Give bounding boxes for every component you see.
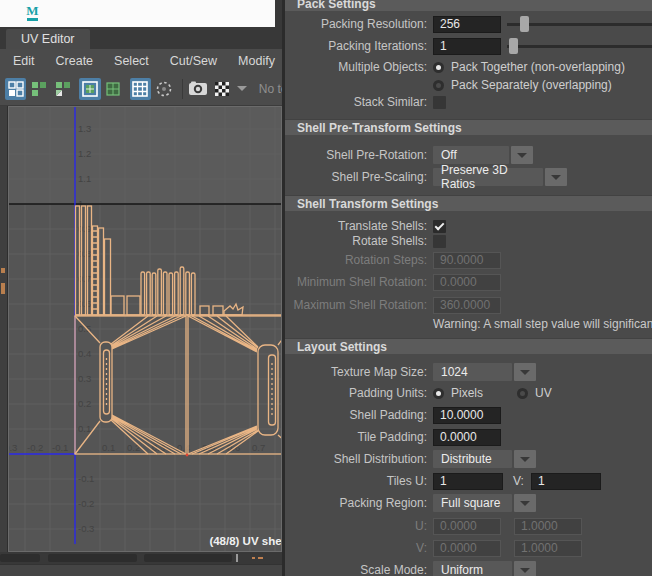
- horizontal-scrollbar[interactable]: [0, 552, 282, 564]
- texture-map-size-dropdown-button[interactable]: [514, 363, 536, 381]
- window-titlebar[interactable]: M: [0, 0, 275, 27]
- section-header-shell-transform[interactable]: Shell Transform Settings: [285, 195, 652, 211]
- pack-together-radio[interactable]: [433, 62, 444, 73]
- menu-item-create[interactable]: Create: [56, 54, 94, 68]
- slider-handle[interactable]: [509, 38, 518, 54]
- shell-indicator-mark: [1, 283, 5, 294]
- shell-padding-input[interactable]: [433, 407, 501, 424]
- tile-border-button[interactable]: [79, 78, 100, 100]
- shade-uvs-button[interactable]: [153, 78, 174, 100]
- svg-text:-0.3: -0.3: [78, 523, 94, 534]
- menu-item-edit[interactable]: Edit: [13, 54, 35, 68]
- packing-iterations-input[interactable]: [433, 38, 501, 55]
- fill-shells-button[interactable]: [28, 78, 49, 100]
- pack-separately-radio[interactable]: [433, 80, 444, 91]
- section-header-pack-settings[interactable]: Pack Settings: [285, 0, 652, 11]
- scrollbar-tick: [236, 554, 238, 562]
- shell-distribution-dropdown-button[interactable]: [514, 450, 536, 468]
- rotation-steps-label: Rotation Steps:: [285, 253, 427, 267]
- uv-shell-count-status: (48/8) UV shell: [209, 535, 282, 547]
- svg-text:-0.2: -0.2: [27, 442, 43, 453]
- toolbar-separator: [182, 79, 183, 99]
- chevron-down-icon: [237, 86, 247, 91]
- layout-uvs-options-panel: Pack Settings Packing Resolution: Packin…: [282, 0, 652, 576]
- menu-item-modify[interactable]: Modify: [238, 54, 275, 68]
- pack-together-option-label[interactable]: Pack Together (non-overlapping): [451, 60, 625, 74]
- tiles-v-input[interactable]: [531, 473, 601, 490]
- menu-item-cutsew[interactable]: Cut/Sew: [170, 54, 217, 68]
- rotation-steps-input: [433, 252, 501, 269]
- tab-strip: UV Editor: [0, 27, 282, 49]
- shell-indicator-mark: [1, 268, 5, 273]
- shell-pre-scaling-dropdown-button[interactable]: [545, 168, 567, 186]
- scrollbar-segment[interactable]: [0, 554, 40, 562]
- padding-units-pixels-radio[interactable]: [433, 388, 444, 399]
- overlap-shells-button[interactable]: [52, 78, 73, 100]
- padding-units-pixels-label[interactable]: Pixels: [451, 386, 483, 400]
- shell-distribution-dropdown[interactable]: Distribute: [433, 450, 512, 468]
- check-icon: [435, 220, 445, 230]
- layout-shells-button[interactable]: [5, 78, 26, 100]
- tab-uv-editor[interactable]: UV Editor: [6, 29, 90, 49]
- region-v-max-input: [514, 540, 582, 557]
- uv-canvas[interactable]: 1.3 1.2 1.1 1 0.9 0.8 0.7 0.6 0.5 0.4 0.…: [8, 106, 282, 552]
- tile-padding-input[interactable]: [433, 429, 501, 446]
- padding-units-uv-radio[interactable]: [517, 388, 528, 399]
- shell-pre-rotation-dropdown-button[interactable]: [511, 146, 533, 164]
- scrollbar-segment[interactable]: [48, 554, 137, 562]
- rotate-shells-checkbox[interactable]: [433, 235, 446, 248]
- stack-similar-label: Stack Similar:: [285, 95, 427, 109]
- tiles-v-label: V:: [513, 474, 524, 488]
- layout-shells-icon: [8, 81, 24, 97]
- slider-handle[interactable]: [520, 16, 529, 32]
- menu-item-select[interactable]: Select: [114, 54, 149, 68]
- scale-mode-dropdown-button[interactable]: [514, 561, 536, 576]
- svg-text:1.1: 1.1: [78, 173, 91, 184]
- multiple-objects-label: Multiple Objects:: [285, 60, 427, 74]
- svg-text:0.1: 0.1: [78, 423, 91, 434]
- packing-region-dropdown[interactable]: Full square: [433, 494, 512, 512]
- translate-shells-checkbox[interactable]: [433, 220, 446, 233]
- svg-text:-0.2: -0.2: [78, 498, 94, 509]
- checker-texture-button[interactable]: [211, 78, 232, 100]
- tile-grid-icon: [105, 81, 121, 97]
- section-header-shell-pre-transform[interactable]: Shell Pre-Transform Settings: [285, 119, 652, 135]
- pixel-grid-icon: [132, 81, 148, 97]
- rotate-shells-label: Rotate Shells:: [285, 234, 427, 248]
- shell-pre-rotation-dropdown[interactable]: Off: [433, 146, 509, 164]
- packing-resolution-slider[interactable]: [507, 16, 652, 32]
- scrollbar-segment[interactable]: [144, 554, 232, 562]
- padding-units-uv-label[interactable]: UV: [535, 386, 552, 400]
- texture-map-size-label: Texture Map Size:: [285, 365, 427, 379]
- uv-snapshot-button[interactable]: [187, 78, 208, 100]
- packing-resolution-input[interactable]: [433, 16, 501, 33]
- texture-map-size-dropdown[interactable]: 1024: [433, 363, 512, 381]
- stack-similar-checkbox[interactable]: [433, 96, 446, 109]
- region-u-min-input: [433, 518, 501, 535]
- checker-texture-icon: [214, 81, 230, 97]
- texture-menu-arrow-button[interactable]: [234, 78, 248, 100]
- tiles-u-label: Tiles U:: [285, 474, 427, 488]
- pack-separately-option-label[interactable]: Pack Separately (overlapping): [451, 78, 612, 92]
- minimum-shell-rotation-input: [433, 274, 501, 291]
- packing-iterations-slider[interactable]: [507, 38, 652, 54]
- texture-name-label[interactable]: No te: [259, 82, 282, 96]
- scrollbar-mark: [252, 557, 255, 559]
- scale-mode-dropdown[interactable]: Uniform: [433, 561, 512, 576]
- section-header-layout-settings[interactable]: Layout Settings: [285, 338, 652, 354]
- chevron-down-icon: [520, 501, 530, 506]
- svg-text:0.7: 0.7: [252, 442, 265, 453]
- uv-editor-window: M UV Editor Edit Create Select Cut/Sew M…: [0, 0, 652, 576]
- packing-region-dropdown-button[interactable]: [514, 494, 536, 512]
- tiles-u-input[interactable]: [433, 473, 503, 490]
- shell-pre-scaling-dropdown[interactable]: Preserve 3D Ratios: [433, 168, 543, 186]
- tile-grid-button[interactable]: [103, 78, 124, 100]
- svg-text:1.3: 1.3: [78, 123, 91, 134]
- scale-mode-label: Scale Mode:: [285, 563, 427, 576]
- uv-canvas-plot: 1.3 1.2 1.1 1 0.9 0.8 0.7 0.6 0.5 0.4 0.…: [9, 107, 281, 551]
- shell-pre-rotation-label: Shell Pre-Rotation:: [285, 148, 427, 162]
- svg-text:0.2: 0.2: [78, 398, 91, 409]
- pixel-grid-button[interactable]: [130, 78, 151, 100]
- menu-bar: Edit Create Select Cut/Sew Modify Tools: [0, 49, 282, 72]
- svg-text:0.1: 0.1: [102, 442, 115, 453]
